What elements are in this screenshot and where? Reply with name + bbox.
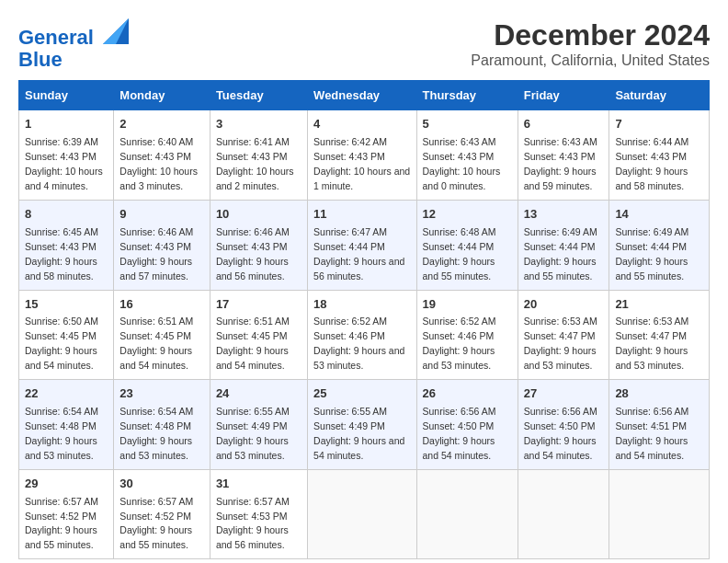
daylight-info: Daylight: 9 hours and 53 minutes. — [119, 435, 192, 461]
daylight-info: Daylight: 9 hours and 53 minutes. — [615, 345, 688, 371]
sunrise-info: Sunrise: 6:48 AM — [423, 226, 496, 237]
sunrise-info: Sunrise: 6:56 AM — [615, 406, 688, 417]
calendar-cell — [609, 469, 710, 559]
sunset-info: Sunset: 4:43 PM — [119, 241, 191, 252]
day-number: 9 — [119, 206, 204, 224]
daylight-info: Daylight: 9 hours and 54 minutes. — [119, 345, 192, 371]
calendar-cell: 12Sunrise: 6:48 AMSunset: 4:44 PMDayligh… — [416, 200, 518, 290]
logo-text: General — [18, 18, 129, 49]
logo-general: General — [18, 26, 94, 49]
sunrise-info: Sunrise: 6:57 AM — [25, 496, 98, 507]
sunset-info: Sunset: 4:49 PM — [216, 420, 288, 431]
col-header-tuesday: Tuesday — [210, 81, 307, 110]
day-number: 22 — [25, 385, 108, 403]
sunset-info: Sunset: 4:45 PM — [216, 330, 288, 341]
calendar-cell: 27Sunrise: 6:56 AMSunset: 4:50 PMDayligh… — [518, 380, 609, 470]
daylight-info: Daylight: 9 hours and 53 minutes. — [216, 435, 289, 461]
day-number: 24 — [216, 385, 301, 403]
daylight-info: Daylight: 9 hours and 55 minutes. — [524, 256, 597, 282]
daylight-info: Daylight: 9 hours and 58 minutes. — [615, 166, 688, 191]
daylight-info: Daylight: 9 hours and 54 minutes. — [313, 435, 404, 461]
day-number: 7 — [615, 116, 703, 133]
daylight-info: Daylight: 9 hours and 55 minutes. — [423, 256, 495, 282]
daylight-info: Daylight: 10 hours and 4 minutes. — [25, 166, 103, 191]
sunrise-info: Sunrise: 6:57 AM — [216, 496, 290, 507]
calendar-cell: 18Sunrise: 6:52 AMSunset: 4:46 PMDayligh… — [308, 290, 416, 380]
day-number: 10 — [216, 206, 301, 224]
calendar-table: SundayMondayTuesdayWednesdayThursdayFrid… — [18, 80, 710, 559]
daylight-info: Daylight: 9 hours and 53 minutes. — [423, 345, 495, 371]
sunrise-info: Sunrise: 6:55 AM — [313, 406, 387, 417]
sunset-info: Sunset: 4:46 PM — [313, 330, 385, 341]
calendar-week-row: 8Sunrise: 6:45 AMSunset: 4:43 PMDaylight… — [19, 200, 710, 290]
daylight-info: Daylight: 9 hours and 55 minutes. — [119, 524, 192, 550]
sunrise-info: Sunrise: 6:40 AM — [119, 136, 193, 147]
sunset-info: Sunset: 4:43 PM — [25, 151, 97, 162]
sunset-info: Sunset: 4:44 PM — [615, 241, 687, 252]
day-number: 28 — [615, 385, 703, 403]
calendar-cell: 9Sunrise: 6:46 AMSunset: 4:43 PMDaylight… — [114, 200, 210, 290]
calendar-cell — [308, 469, 416, 559]
sunset-info: Sunset: 4:43 PM — [216, 241, 288, 252]
logo-icon — [103, 18, 129, 44]
sunset-info: Sunset: 4:44 PM — [313, 241, 385, 252]
sunrise-info: Sunrise: 6:47 AM — [313, 226, 387, 237]
sunrise-info: Sunrise: 6:46 AM — [119, 226, 193, 237]
day-number: 25 — [313, 385, 410, 403]
col-header-wednesday: Wednesday — [308, 81, 416, 110]
sunset-info: Sunset: 4:47 PM — [615, 330, 687, 341]
calendar-cell: 3Sunrise: 6:41 AMSunset: 4:43 PMDaylight… — [210, 110, 307, 201]
logo: General Blue — [18, 18, 129, 71]
day-number: 17 — [216, 296, 301, 314]
day-number: 5 — [423, 116, 512, 133]
sunset-info: Sunset: 4:48 PM — [25, 420, 97, 431]
sunrise-info: Sunrise: 6:53 AM — [524, 316, 597, 327]
day-number: 11 — [313, 206, 410, 224]
daylight-info: Daylight: 9 hours and 56 minutes. — [216, 524, 289, 550]
sunset-info: Sunset: 4:52 PM — [25, 511, 97, 522]
calendar-cell: 8Sunrise: 6:45 AMSunset: 4:43 PMDaylight… — [19, 200, 114, 290]
sunrise-info: Sunrise: 6:50 AM — [25, 316, 98, 327]
main-title: December 2024 — [471, 18, 710, 52]
sunrise-info: Sunrise: 6:52 AM — [313, 316, 387, 327]
sunset-info: Sunset: 4:43 PM — [423, 151, 495, 162]
day-number: 3 — [216, 116, 301, 133]
sunrise-info: Sunrise: 6:53 AM — [615, 316, 688, 327]
sunset-info: Sunset: 4:50 PM — [524, 420, 596, 431]
daylight-info: Daylight: 10 hours and 2 minutes. — [216, 166, 294, 191]
daylight-info: Daylight: 9 hours and 54 minutes. — [423, 435, 495, 461]
day-number: 21 — [615, 296, 703, 314]
day-number: 23 — [119, 385, 204, 403]
calendar-week-row: 29Sunrise: 6:57 AMSunset: 4:52 PMDayligh… — [19, 469, 710, 559]
sunset-info: Sunset: 4:43 PM — [524, 151, 596, 162]
daylight-info: Daylight: 10 hours and 1 minute. — [313, 166, 410, 191]
sunset-info: Sunset: 4:45 PM — [119, 330, 191, 341]
calendar-cell: 10Sunrise: 6:46 AMSunset: 4:43 PMDayligh… — [210, 200, 307, 290]
calendar-cell: 19Sunrise: 6:52 AMSunset: 4:46 PMDayligh… — [416, 290, 518, 380]
subtitle: Paramount, California, United States — [471, 52, 710, 69]
day-number: 8 — [25, 206, 108, 224]
day-number: 29 — [25, 476, 108, 493]
daylight-info: Daylight: 9 hours and 55 minutes. — [615, 256, 688, 282]
daylight-info: Daylight: 9 hours and 55 minutes. — [25, 524, 97, 550]
day-number: 4 — [313, 116, 410, 133]
calendar-cell: 4Sunrise: 6:42 AMSunset: 4:43 PMDaylight… — [308, 110, 416, 201]
sunrise-info: Sunrise: 6:39 AM — [25, 136, 98, 147]
daylight-info: Daylight: 9 hours and 53 minutes. — [313, 345, 404, 371]
col-header-friday: Friday — [518, 81, 609, 110]
calendar-cell: 14Sunrise: 6:49 AMSunset: 4:44 PMDayligh… — [609, 200, 710, 290]
col-header-saturday: Saturday — [609, 81, 710, 110]
daylight-info: Daylight: 9 hours and 54 minutes. — [524, 435, 597, 461]
calendar-cell: 17Sunrise: 6:51 AMSunset: 4:45 PMDayligh… — [210, 290, 307, 380]
day-number: 12 — [423, 206, 512, 224]
calendar-cell: 29Sunrise: 6:57 AMSunset: 4:52 PMDayligh… — [19, 469, 114, 559]
daylight-info: Daylight: 9 hours and 56 minutes. — [313, 256, 404, 282]
calendar-cell: 2Sunrise: 6:40 AMSunset: 4:43 PMDaylight… — [114, 110, 210, 201]
sunset-info: Sunset: 4:44 PM — [423, 241, 495, 252]
sunrise-info: Sunrise: 6:51 AM — [119, 316, 193, 327]
sunrise-info: Sunrise: 6:46 AM — [216, 226, 290, 237]
calendar-cell: 11Sunrise: 6:47 AMSunset: 4:44 PMDayligh… — [308, 200, 416, 290]
sunrise-info: Sunrise: 6:57 AM — [119, 496, 193, 507]
sunrise-info: Sunrise: 6:45 AM — [25, 226, 98, 237]
daylight-info: Daylight: 9 hours and 59 minutes. — [524, 166, 597, 191]
